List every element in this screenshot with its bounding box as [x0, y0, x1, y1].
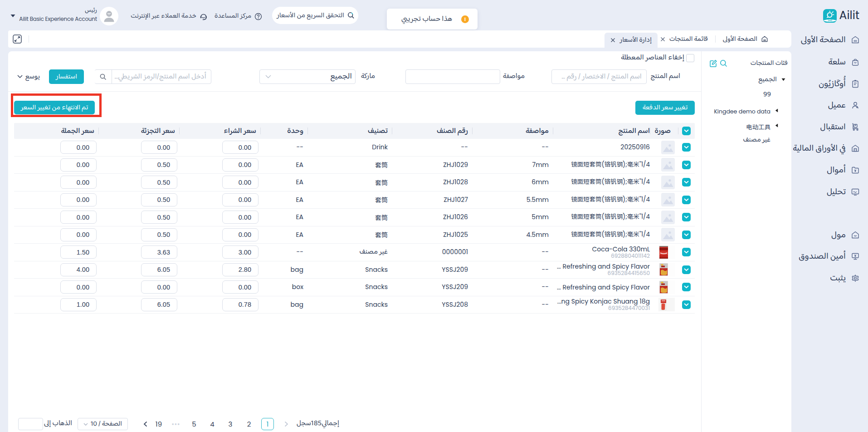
svg-text:intl: intl	[828, 19, 832, 22]
